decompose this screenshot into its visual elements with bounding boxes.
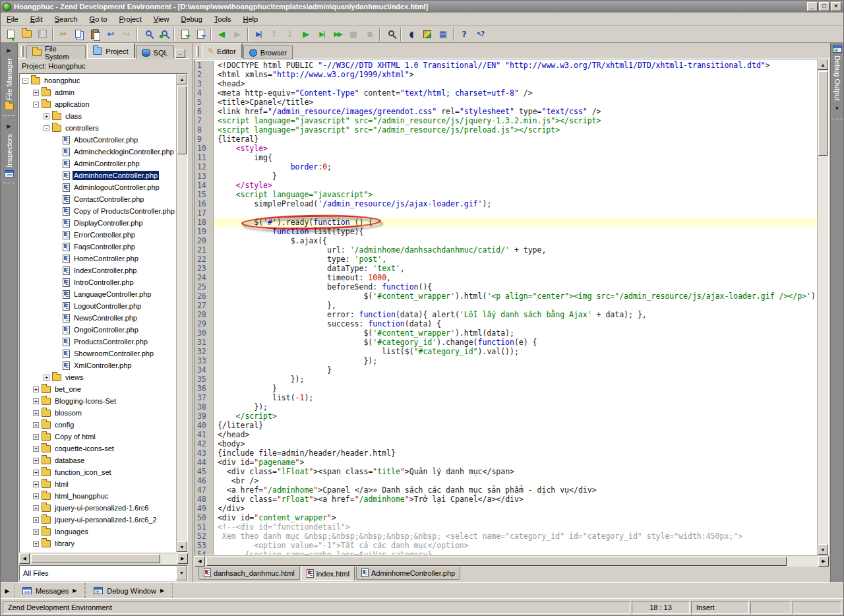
debug-output-strip-label[interactable]: Debug Output bbox=[833, 55, 841, 101]
code-line[interactable]: 37 list(-1); bbox=[195, 393, 817, 402]
expand-icon[interactable]: + bbox=[33, 493, 39, 499]
code-line[interactable]: 52 Xem theo danh mục &nbsp;&nbsp;&nbsp;&… bbox=[195, 532, 817, 541]
tree-item[interactable]: XmlController.php bbox=[20, 359, 176, 371]
menu-item-file[interactable]: File bbox=[1, 13, 24, 26]
expand-icon[interactable]: + bbox=[33, 505, 39, 511]
code-line[interactable]: 16 simplePreload('/admin_resource/js/aja… bbox=[195, 199, 817, 208]
tool-windows-expand-arrow[interactable]: ▶ bbox=[1, 588, 14, 594]
close-button[interactable]: × bbox=[831, 2, 841, 11]
editor-vertical-scrollbar[interactable]: ▲ ▼ bbox=[817, 59, 828, 555]
tree-item[interactable]: +bet_one bbox=[20, 383, 176, 395]
code-line[interactable]: 24 timeout: 1000, bbox=[195, 273, 817, 282]
file-manager-strip-label[interactable]: File Manager bbox=[5, 58, 13, 100]
file-import-icon[interactable] bbox=[177, 27, 193, 42]
file-tab-adminhomecontroller-php[interactable]: AdminhomeController.php bbox=[356, 567, 460, 580]
expand-icon[interactable]: + bbox=[33, 458, 39, 464]
expand-icon[interactable]: + bbox=[33, 90, 39, 96]
code-line[interactable]: 11 img{ bbox=[195, 153, 817, 162]
context-help-icon[interactable]: ↖? bbox=[472, 27, 488, 42]
code-line[interactable]: 45 <div class="lFloat"><span class="titl… bbox=[195, 467, 817, 476]
tree-item[interactable]: +languages bbox=[20, 526, 176, 538]
expand-icon[interactable]: + bbox=[33, 398, 39, 404]
tree-item[interactable]: +database bbox=[20, 454, 176, 466]
cut-icon[interactable]: ✂ bbox=[55, 27, 71, 42]
expand-icon[interactable]: + bbox=[33, 541, 39, 547]
code-line[interactable]: 29 success: function(data) { bbox=[195, 319, 817, 328]
scroll-down-arrow[interactable]: ▼ bbox=[177, 541, 187, 552]
scroll-right-arrow[interactable]: ▶ bbox=[818, 556, 829, 567]
tree-item[interactable]: -hoangphuc bbox=[20, 75, 176, 86]
code-line[interactable]: 36 } bbox=[195, 384, 817, 393]
color-picker-icon[interactable] bbox=[419, 27, 435, 42]
find-icon[interactable] bbox=[140, 27, 156, 42]
code-line[interactable]: 1<!DOCTYPE html PUBLIC "-//W3C//DTD XHTM… bbox=[195, 61, 817, 70]
tree-item[interactable]: AdminController.php bbox=[20, 158, 176, 169]
tree-item[interactable]: AdmincheckloginController.php bbox=[20, 146, 176, 158]
scrollbar-thumb[interactable] bbox=[31, 554, 160, 563]
tree-item[interactable]: IntroController.php bbox=[20, 276, 176, 288]
code-line[interactable]: 48 <div class="rFloat"><a href="/adminho… bbox=[195, 495, 817, 504]
tab-file-system[interactable]: File System bbox=[26, 46, 86, 59]
code-line[interactable]: 19 function list(type){ bbox=[195, 227, 817, 236]
undo-icon[interactable]: ↩ bbox=[103, 27, 119, 42]
tree-item[interactable]: +library bbox=[20, 538, 176, 549]
scroll-left-arrow[interactable]: ◀ bbox=[195, 556, 205, 567]
tree-item[interactable]: +views bbox=[20, 371, 176, 383]
code-line[interactable]: 3<head> bbox=[195, 79, 817, 88]
code-line[interactable]: 13 } bbox=[195, 171, 817, 181]
scroll-right-arrow[interactable]: ▶ bbox=[177, 553, 188, 564]
code-line[interactable]: 49</div> bbox=[195, 504, 817, 513]
file-export-icon[interactable] bbox=[193, 27, 208, 42]
messages-button[interactable]: Messages▶ bbox=[14, 583, 85, 598]
chevron-down-icon[interactable]: ▼ bbox=[176, 566, 187, 580]
tree-item[interactable]: AdminhomeController.php bbox=[20, 169, 176, 181]
tree-item[interactable]: ErrorController.php bbox=[20, 229, 176, 241]
find-in-files-icon[interactable] bbox=[156, 27, 171, 42]
tree-item[interactable]: +config bbox=[20, 419, 176, 431]
code-line[interactable]: 10 <style> bbox=[195, 144, 817, 153]
expand-icon[interactable]: + bbox=[33, 481, 39, 487]
code-line[interactable]: 51<!--<div id="functiondetail"> bbox=[195, 522, 817, 532]
scroll-down-arrow[interactable]: ▼ bbox=[818, 544, 828, 555]
tree-item[interactable]: +class bbox=[20, 110, 176, 122]
code-line[interactable]: 6<link href="/admin_resource/images/gree… bbox=[195, 107, 817, 116]
paste-icon[interactable] bbox=[87, 27, 103, 42]
file-tab-danhsach-danhmuc-html[interactable]: danhsach_danhmuc.html bbox=[198, 567, 300, 580]
step-over-icon[interactable]: ▶| bbox=[314, 27, 330, 42]
tree-item[interactable]: NewsController.php bbox=[20, 312, 176, 324]
code-line[interactable]: 22 type: 'post', bbox=[195, 255, 817, 264]
code-line[interactable]: 15 <script language="javascript"> bbox=[195, 190, 817, 199]
tree-item[interactable]: HomeController.php bbox=[20, 253, 176, 264]
file-tab-index-html[interactable]: index.html bbox=[301, 567, 355, 581]
code-line[interactable]: 12 border:0; bbox=[195, 162, 817, 171]
code-line[interactable]: 54 {section name=combo loop=$uiVar.categ… bbox=[195, 550, 817, 555]
tree-item[interactable]: DisplayController.php bbox=[20, 217, 176, 229]
tree-item[interactable]: ShowroomController.php bbox=[20, 348, 176, 359]
inspectors-expand-arrow[interactable]: ▶ bbox=[7, 123, 11, 129]
code-line[interactable]: 21 url: '/adminhome/danhsachdanhmuc/cati… bbox=[195, 245, 817, 255]
code-line[interactable]: 27 }, bbox=[195, 301, 817, 310]
expand-icon[interactable]: + bbox=[44, 375, 49, 381]
panel-minimize-button[interactable]: _ bbox=[175, 49, 185, 58]
code-line[interactable]: 31 $('#category_id').change(function(e) … bbox=[195, 338, 817, 347]
tree-item[interactable]: +function_icon_set bbox=[20, 466, 176, 478]
open-file-icon[interactable] bbox=[18, 27, 34, 42]
resume-icon[interactable]: ▶▶ bbox=[330, 27, 346, 42]
maximize-button[interactable]: □ bbox=[819, 2, 829, 11]
support-icon[interactable]: ◖ bbox=[404, 27, 419, 42]
code-line[interactable]: 5<title>Cpanel</title> bbox=[195, 98, 817, 107]
table-icon[interactable]: ▦ bbox=[435, 27, 451, 42]
editor-horizontal-scrollbar[interactable]: ◀ ▶ bbox=[195, 555, 829, 567]
tab-browser[interactable]: Browser bbox=[243, 46, 293, 59]
code-line[interactable]: 14 </style> bbox=[195, 181, 817, 190]
scrollbar-thumb[interactable] bbox=[177, 86, 187, 154]
collapse-icon[interactable]: - bbox=[33, 102, 39, 108]
code-line[interactable]: 41</head> bbox=[195, 430, 817, 439]
code-line[interactable]: 40{/literal} bbox=[195, 421, 817, 430]
tree-item[interactable]: +html_hoangphuc bbox=[20, 490, 176, 502]
code-line[interactable]: 35 }); bbox=[195, 375, 817, 384]
tree-item[interactable]: LogoutController.php bbox=[20, 300, 176, 312]
tree-vertical-scrollbar[interactable]: ▲ ▼ bbox=[176, 74, 187, 552]
menu-item-edit[interactable]: Edit bbox=[24, 13, 49, 26]
navigate-back-icon[interactable]: ◀ bbox=[214, 27, 229, 42]
